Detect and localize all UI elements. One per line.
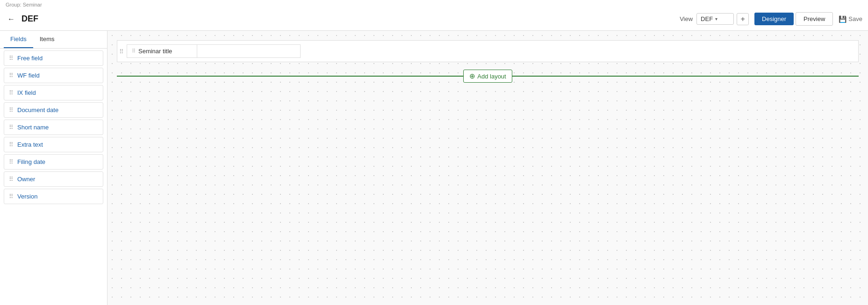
- drag-handle-icon: ⠿: [9, 176, 14, 183]
- field-input-cell[interactable]: [197, 49, 300, 54]
- top-bar: ← DEF View DEF ▾ + Designer Preview 💾 Sa…: [0, 7, 868, 31]
- add-view-button[interactable]: +: [737, 13, 749, 25]
- designer-button[interactable]: Designer: [754, 13, 794, 25]
- drag-handle-icon: ⠿: [9, 106, 14, 113]
- view-label: View: [680, 15, 693, 22]
- sidebar-item-label: Version: [17, 193, 37, 200]
- drag-handle-icon: ⠿: [9, 193, 14, 200]
- chevron-down-icon: ▾: [715, 16, 730, 21]
- canvas: ⠿ ⠿ Seminar title ⊕ Add layout: [108, 31, 868, 305]
- drag-handle-icon: ⠿: [9, 141, 14, 148]
- drag-handle-icon: ⠿: [9, 158, 14, 165]
- field-cell: ⠿ Seminar title: [127, 44, 301, 58]
- tab-fields[interactable]: Fields: [4, 31, 33, 48]
- sidebar-item-free-field[interactable]: ⠿Free field: [4, 50, 103, 66]
- add-layout-label: Add layout: [477, 73, 506, 80]
- view-select[interactable]: DEF ▾: [696, 13, 734, 25]
- drag-handle-icon: ⠿: [9, 72, 14, 79]
- sidebar-item-filing-date[interactable]: ⠿Filing date: [4, 154, 103, 170]
- back-button[interactable]: ←: [6, 13, 17, 25]
- divider-line-left: [117, 76, 463, 77]
- drag-handle-icon: ⠿: [9, 124, 14, 131]
- canvas-inner: ⠿ ⠿ Seminar title ⊕ Add layout: [108, 31, 868, 305]
- page-title: DEF: [22, 14, 680, 24]
- field-label-text: Seminar title: [138, 48, 172, 55]
- add-layout-plus-icon: ⊕: [469, 72, 475, 80]
- sidebar-item-wf-field[interactable]: ⠿WF field: [4, 68, 103, 83]
- main-layout: Fields Items ⠿Free field⠿WF field⠿IX fie…: [0, 31, 868, 305]
- sidebar-item-label: Filing date: [17, 158, 45, 165]
- layout-block: ⠿ ⠿ Seminar title: [117, 40, 859, 62]
- save-icon: 💾: [839, 15, 846, 23]
- sidebar-item-version[interactable]: ⠿Version: [4, 189, 103, 204]
- view-select-value: DEF: [701, 15, 715, 22]
- sidebar-item-extra-text[interactable]: ⠿Extra text: [4, 137, 103, 152]
- field-label-cell: ⠿ Seminar title: [127, 45, 197, 57]
- sidebar-tabs: Fields Items: [0, 31, 107, 49]
- sidebar-item-label: Free field: [17, 55, 43, 62]
- layout-block-drag-handle[interactable]: ⠿: [119, 48, 124, 55]
- divider-line-right: [512, 76, 859, 77]
- tab-items[interactable]: Items: [33, 31, 61, 48]
- field-drag-handle-icon[interactable]: ⠿: [132, 48, 136, 54]
- group-label: Group: Seminar: [0, 0, 868, 7]
- drag-handle-icon: ⠿: [9, 89, 14, 96]
- sidebar-item-label: Short name: [17, 124, 49, 131]
- drag-handle-icon: ⠿: [9, 55, 14, 62]
- sidebar-item-short-name[interactable]: ⠿Short name: [4, 120, 103, 135]
- sidebar-items: ⠿Free field⠿WF field⠿IX field⠿Document d…: [0, 49, 107, 305]
- add-layout-divider: ⊕ Add layout: [117, 70, 859, 83]
- sidebar-item-label: Document date: [17, 106, 58, 113]
- sidebar-item-owner[interactable]: ⠿Owner: [4, 171, 103, 187]
- sidebar: Fields Items ⠿Free field⠿WF field⠿IX fie…: [0, 31, 108, 305]
- preview-button[interactable]: Preview: [796, 12, 833, 26]
- sidebar-item-document-date[interactable]: ⠿Document date: [4, 102, 103, 118]
- sidebar-item-label: IX field: [17, 89, 36, 96]
- sidebar-item-label: Extra text: [17, 141, 43, 148]
- add-layout-button[interactable]: ⊕ Add layout: [463, 70, 512, 83]
- sidebar-item-label: WF field: [17, 72, 40, 79]
- layout-row: ⠿ Seminar title: [117, 41, 858, 62]
- save-area[interactable]: 💾 Save: [839, 15, 862, 23]
- save-label: Save: [848, 15, 862, 22]
- sidebar-item-ix-field[interactable]: ⠿IX field: [4, 85, 103, 100]
- sidebar-item-label: Owner: [17, 176, 35, 183]
